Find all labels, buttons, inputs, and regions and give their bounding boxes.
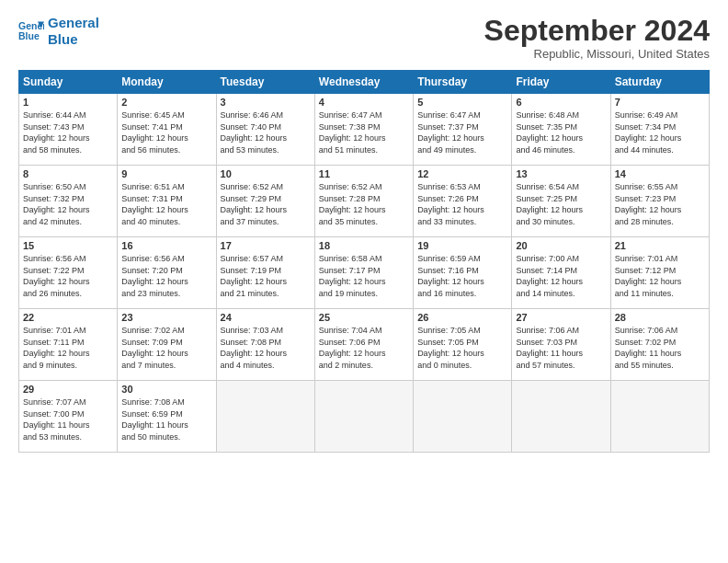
day-number: 2 <box>121 97 211 108</box>
day-number: 19 <box>417 240 507 251</box>
title-block: September 2024 Republic, Missouri, Unite… <box>484 15 710 61</box>
day-number: 14 <box>615 168 705 179</box>
day-info: Sunrise: 6:56 AMSunset: 7:22 PMDaylight:… <box>23 253 113 299</box>
day-number: 15 <box>23 240 113 251</box>
day-number: 24 <box>221 312 311 323</box>
day-number: 3 <box>221 97 311 108</box>
logo-blue: Blue <box>48 31 78 47</box>
day-cell-16: 16Sunrise: 6:56 AMSunset: 7:20 PMDayligh… <box>118 237 216 309</box>
day-number: 6 <box>516 97 606 108</box>
col-tuesday: Tuesday <box>216 71 314 94</box>
day-info: Sunrise: 7:08 AMSunset: 6:59 PMDaylight:… <box>121 396 211 442</box>
day-info: Sunrise: 7:04 AMSunset: 7:06 PMDaylight:… <box>319 325 409 371</box>
day-number: 23 <box>121 312 211 323</box>
logo-text: General Blue <box>48 15 99 48</box>
day-number: 30 <box>121 384 211 395</box>
day-info: Sunrise: 6:58 AMSunset: 7:17 PMDaylight:… <box>319 253 409 299</box>
col-monday: Monday <box>118 71 216 94</box>
day-number: 8 <box>23 168 113 179</box>
day-cell-1: 1Sunrise: 6:44 AMSunset: 7:43 PMDaylight… <box>19 94 118 166</box>
day-cell-29: 29Sunrise: 7:07 AMSunset: 7:00 PMDayligh… <box>19 381 118 453</box>
day-info: Sunrise: 7:06 AMSunset: 7:02 PMDaylight:… <box>615 325 705 371</box>
day-cell-21: 21Sunrise: 7:01 AMSunset: 7:12 PMDayligh… <box>610 237 709 309</box>
day-cell-15: 15Sunrise: 6:56 AMSunset: 7:22 PMDayligh… <box>19 237 118 309</box>
day-info: Sunrise: 6:48 AMSunset: 7:35 PMDaylight:… <box>516 109 606 155</box>
week-row-4: 22Sunrise: 7:01 AMSunset: 7:11 PMDayligh… <box>19 309 710 381</box>
day-cell-5: 5Sunrise: 6:47 AMSunset: 7:37 PMDaylight… <box>414 94 512 166</box>
col-thursday: Thursday <box>414 71 512 94</box>
day-cell-20: 20Sunrise: 7:00 AMSunset: 7:14 PMDayligh… <box>512 237 610 309</box>
empty-cell <box>610 381 709 453</box>
day-info: Sunrise: 7:02 AMSunset: 7:09 PMDaylight:… <box>121 325 211 371</box>
day-cell-28: 28Sunrise: 7:06 AMSunset: 7:02 PMDayligh… <box>610 309 709 381</box>
day-number: 29 <box>23 384 113 395</box>
day-cell-25: 25Sunrise: 7:04 AMSunset: 7:06 PMDayligh… <box>314 309 413 381</box>
week-row-1: 1Sunrise: 6:44 AMSunset: 7:43 PMDaylight… <box>19 94 710 166</box>
day-info: Sunrise: 6:49 AMSunset: 7:34 PMDaylight:… <box>615 109 705 155</box>
day-cell-7: 7Sunrise: 6:49 AMSunset: 7:34 PMDaylight… <box>610 94 709 166</box>
day-number: 21 <box>615 240 705 251</box>
day-number: 5 <box>417 97 507 108</box>
day-info: Sunrise: 6:51 AMSunset: 7:31 PMDaylight:… <box>121 181 211 227</box>
week-row-2: 8Sunrise: 6:50 AMSunset: 7:32 PMDaylight… <box>19 166 710 237</box>
col-wednesday: Wednesday <box>314 71 413 94</box>
day-cell-10: 10Sunrise: 6:52 AMSunset: 7:29 PMDayligh… <box>216 166 314 237</box>
day-cell-14: 14Sunrise: 6:55 AMSunset: 7:23 PMDayligh… <box>610 166 709 237</box>
col-friday: Friday <box>512 71 610 94</box>
empty-cell <box>512 381 610 453</box>
day-number: 22 <box>23 312 113 323</box>
day-number: 9 <box>121 168 211 179</box>
logo: General Blue General Blue <box>18 15 99 48</box>
day-number: 25 <box>319 312 409 323</box>
day-cell-26: 26Sunrise: 7:05 AMSunset: 7:05 PMDayligh… <box>414 309 512 381</box>
day-cell-9: 9Sunrise: 6:51 AMSunset: 7:31 PMDaylight… <box>118 166 216 237</box>
day-info: Sunrise: 6:55 AMSunset: 7:23 PMDaylight:… <box>615 181 705 227</box>
day-cell-6: 6Sunrise: 6:48 AMSunset: 7:35 PMDaylight… <box>512 94 610 166</box>
day-number: 17 <box>221 240 311 251</box>
day-cell-22: 22Sunrise: 7:01 AMSunset: 7:11 PMDayligh… <box>19 309 118 381</box>
day-info: Sunrise: 6:44 AMSunset: 7:43 PMDaylight:… <box>23 109 113 155</box>
day-info: Sunrise: 6:47 AMSunset: 7:37 PMDaylight:… <box>417 109 507 155</box>
day-number: 20 <box>516 240 606 251</box>
day-cell-27: 27Sunrise: 7:06 AMSunset: 7:03 PMDayligh… <box>512 309 610 381</box>
day-number: 12 <box>417 168 507 179</box>
day-cell-17: 17Sunrise: 6:57 AMSunset: 7:19 PMDayligh… <box>216 237 314 309</box>
day-info: Sunrise: 7:01 AMSunset: 7:12 PMDaylight:… <box>615 253 705 299</box>
day-number: 18 <box>319 240 409 251</box>
day-number: 28 <box>615 312 705 323</box>
day-info: Sunrise: 7:07 AMSunset: 7:00 PMDaylight:… <box>23 396 113 442</box>
day-cell-24: 24Sunrise: 7:03 AMSunset: 7:08 PMDayligh… <box>216 309 314 381</box>
day-info: Sunrise: 6:52 AMSunset: 7:28 PMDaylight:… <box>319 181 409 227</box>
day-info: Sunrise: 7:00 AMSunset: 7:14 PMDaylight:… <box>516 253 606 299</box>
calendar-table: Sunday Monday Tuesday Wednesday Thursday… <box>18 70 710 453</box>
day-info: Sunrise: 7:06 AMSunset: 7:03 PMDaylight:… <box>516 325 606 371</box>
col-saturday: Saturday <box>610 71 709 94</box>
day-info: Sunrise: 6:45 AMSunset: 7:41 PMDaylight:… <box>121 109 211 155</box>
day-info: Sunrise: 7:03 AMSunset: 7:08 PMDaylight:… <box>221 325 311 371</box>
day-info: Sunrise: 6:52 AMSunset: 7:29 PMDaylight:… <box>221 181 311 227</box>
day-info: Sunrise: 6:50 AMSunset: 7:32 PMDaylight:… <box>23 181 113 227</box>
day-info: Sunrise: 6:54 AMSunset: 7:25 PMDaylight:… <box>516 181 606 227</box>
day-cell-11: 11Sunrise: 6:52 AMSunset: 7:28 PMDayligh… <box>314 166 413 237</box>
day-info: Sunrise: 6:47 AMSunset: 7:38 PMDaylight:… <box>319 109 409 155</box>
day-cell-3: 3Sunrise: 6:46 AMSunset: 7:40 PMDaylight… <box>216 94 314 166</box>
day-number: 11 <box>319 168 409 179</box>
day-number: 7 <box>615 97 705 108</box>
day-info: Sunrise: 7:01 AMSunset: 7:11 PMDaylight:… <box>23 325 113 371</box>
location: Republic, Missouri, United States <box>484 47 710 61</box>
day-cell-13: 13Sunrise: 6:54 AMSunset: 7:25 PMDayligh… <box>512 166 610 237</box>
header: General Blue General Blue September 2024… <box>18 15 710 61</box>
calendar-body: 1Sunrise: 6:44 AMSunset: 7:43 PMDaylight… <box>19 94 710 453</box>
day-number: 1 <box>23 97 113 108</box>
day-cell-4: 4Sunrise: 6:47 AMSunset: 7:38 PMDaylight… <box>314 94 413 166</box>
day-number: 27 <box>516 312 606 323</box>
day-number: 26 <box>417 312 507 323</box>
page: General Blue General Blue September 2024… <box>0 0 728 462</box>
day-number: 10 <box>221 168 311 179</box>
empty-cell <box>314 381 413 453</box>
day-info: Sunrise: 6:59 AMSunset: 7:16 PMDaylight:… <box>417 253 507 299</box>
day-cell-30: 30Sunrise: 7:08 AMSunset: 6:59 PMDayligh… <box>118 381 216 453</box>
day-info: Sunrise: 6:57 AMSunset: 7:19 PMDaylight:… <box>221 253 311 299</box>
week-row-3: 15Sunrise: 6:56 AMSunset: 7:22 PMDayligh… <box>19 237 710 309</box>
day-info: Sunrise: 6:46 AMSunset: 7:40 PMDaylight:… <box>221 109 311 155</box>
